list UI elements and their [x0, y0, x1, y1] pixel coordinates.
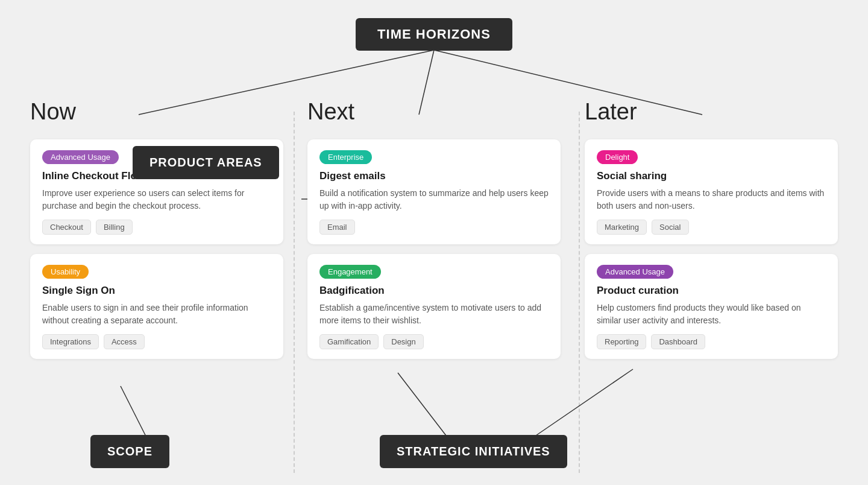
card-tags-digest: Email: [319, 220, 549, 235]
card-digest-emails: Enterprise Digest emails Build a notific…: [307, 139, 561, 244]
tag-email: Email: [319, 220, 355, 235]
card-title-sso: Single Sign On: [42, 285, 271, 297]
card-tags-sso: Integrations Access: [42, 334, 271, 349]
card-desc-social: Provide users with a means to share prod…: [597, 187, 826, 212]
badge-advanced-usage-2: Advanced Usage: [597, 265, 673, 279]
tag-design: Design: [383, 334, 423, 349]
card-tags-inline-checkout: Checkout Billing: [42, 220, 271, 235]
column-later: Later Delight Social sharing Provide use…: [585, 99, 838, 359]
product-areas-annotation: PRODUCT AREAS: [133, 146, 279, 179]
tag-checkout: Checkout: [42, 220, 91, 235]
tag-social: Social: [652, 220, 688, 235]
card-desc-sso: Enable users to sign in and see their pr…: [42, 302, 271, 327]
badge-advanced-usage-1: Advanced Usage: [42, 150, 119, 164]
card-title-digest: Digest emails: [319, 170, 549, 182]
column-later-header: Later: [585, 99, 838, 125]
card-desc-curation: Help customers find products they would …: [597, 302, 826, 327]
scope-annotation: SCOPE: [90, 435, 169, 468]
card-single-sign-on: Usability Single Sign On Enable users to…: [30, 254, 283, 359]
tag-access: Access: [104, 334, 145, 349]
card-tags-social: Marketing Social: [597, 220, 826, 235]
card-desc-badge: Establish a game/incentive system to mot…: [319, 302, 549, 327]
card-title-badge: Badgification: [319, 285, 549, 297]
column-now-header: Now: [30, 99, 283, 125]
card-tags-curation: Reporting Dashboard: [597, 334, 826, 349]
card-social-sharing: Delight Social sharing Provide users wit…: [585, 139, 838, 244]
card-desc-digest: Build a notification system to summarize…: [319, 187, 549, 212]
badge-engagement: Engagement: [319, 265, 381, 279]
svg-line-6: [398, 373, 452, 443]
tag-integrations: Integrations: [42, 334, 99, 349]
tag-billing: Billing: [96, 220, 133, 235]
columns-container: Now Advanced Usage Inline Checkout Flow …: [12, 99, 856, 359]
tag-gamification: Gamification: [319, 334, 379, 349]
card-title-social: Social sharing: [597, 170, 826, 182]
card-product-curation: Advanced Usage Product curation Help cus…: [585, 254, 838, 359]
column-next: Next Enterprise Digest emails Build a no…: [307, 99, 561, 359]
badge-usability: Usability: [42, 265, 89, 279]
column-next-header: Next: [307, 99, 561, 125]
card-badgification: Engagement Badgification Establish a gam…: [307, 254, 561, 359]
badge-delight: Delight: [597, 150, 638, 164]
column-now: Now Advanced Usage Inline Checkout Flow …: [30, 99, 283, 359]
top-node-wrapper: TIME HORIZONS: [12, 18, 856, 51]
time-horizons-node: TIME HORIZONS: [356, 18, 512, 51]
card-title-curation: Product curation: [597, 285, 826, 297]
tag-dashboard: Dashboard: [651, 334, 705, 349]
page-root: TIME HORIZONS Now Advanced Usage: [0, 0, 868, 485]
card-tags-badge: Gamification Design: [319, 334, 549, 349]
tag-marketing: Marketing: [597, 220, 647, 235]
badge-enterprise: Enterprise: [319, 150, 372, 164]
tag-reporting: Reporting: [597, 334, 646, 349]
card-desc-inline-checkout: Improve user experience so users can sel…: [42, 187, 271, 212]
strategic-initiatives-annotation: STRATEGIC INITIATIVES: [380, 435, 567, 468]
